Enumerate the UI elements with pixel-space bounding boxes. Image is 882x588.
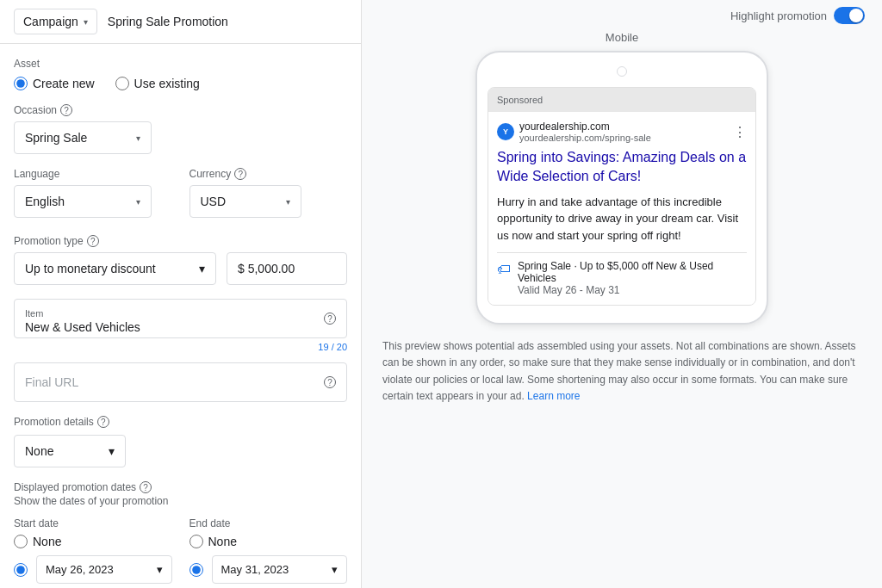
mobile-label: Mobile — [379, 31, 865, 44]
promotion-details-select[interactable]: None ▾ — [14, 435, 126, 467]
end-date-select[interactable]: May 31, 2023 ▾ — [212, 555, 348, 584]
dates-label: Displayed promotion dates ? — [14, 481, 347, 493]
end-date-picker-row: May 31, 2023 ▾ — [189, 555, 348, 584]
right-panel: Highlight promotion Mobile Sponsored Y — [362, 0, 882, 588]
asset-section: Asset Create new Use existing Occasion ?… — [0, 44, 361, 467]
chevron-down-icon: ▾ — [109, 444, 115, 458]
end-date-label: End date — [189, 517, 348, 529]
ad-card: Sponsored Y yourdealership.com yourdeale… — [488, 87, 756, 306]
final-url-field[interactable]: Final URL ? — [14, 362, 347, 402]
chevron-down-icon: ▾ — [157, 563, 163, 576]
advertiser-text-block: yourdealership.com yourdealership.com/sp… — [519, 121, 651, 143]
end-date-column: End date None May 31, 2023 ▾ — [189, 517, 348, 584]
advertiser-info: Y yourdealership.com yourdealership.com/… — [497, 121, 651, 143]
promo-details-text: Spring Sale · Up to $5,000 off New & Use… — [518, 260, 747, 296]
sponsored-text: Sponsored — [497, 95, 543, 105]
promotion-details-label: Promotion details ? — [14, 416, 347, 428]
language-value: English — [25, 195, 65, 208]
tag-icon: 🏷 — [497, 262, 511, 277]
highlight-label: Highlight promotion — [730, 9, 827, 22]
start-date-select[interactable]: May 26, 2023 ▾ — [36, 555, 172, 584]
currency-value: USD — [201, 195, 227, 208]
occasion-field-label: Occasion ? — [14, 104, 347, 116]
chevron-down-icon: ▾ — [332, 563, 338, 576]
advertiser-domain: yourdealership.com — [519, 121, 651, 133]
campaign-dropdown[interactable]: Campaign ▾ — [14, 9, 97, 34]
promotion-type-help-icon[interactable]: ? — [87, 235, 99, 247]
start-date-column: Start date None May 26, 2023 ▾ — [14, 517, 172, 584]
chevron-down-icon: ▾ — [84, 17, 88, 27]
end-date-selected-radio[interactable] — [189, 563, 203, 577]
dates-row: Start date None May 26, 2023 ▾ — [14, 517, 347, 584]
create-new-label: Create new — [33, 77, 95, 90]
occasion-select[interactable]: Spring Sale ▾ — [14, 121, 152, 154]
end-date-none-radio-option[interactable]: None — [189, 535, 348, 548]
promo-title: Spring Sale — [518, 260, 571, 272]
char-count: 19 / 20 — [14, 342, 347, 352]
item-help-icon[interactable]: ? — [324, 313, 336, 325]
asset-row: Create new Use existing — [14, 77, 347, 90]
ad-headline: Spring into Savings: Amazing Deals on a … — [497, 148, 747, 187]
dates-sub-label: Show the dates of your promotion — [14, 495, 347, 507]
use-existing-label: Use existing — [134, 77, 200, 90]
learn-more-link[interactable]: Learn more — [527, 390, 580, 402]
final-url-placeholder: Final URL — [25, 375, 78, 389]
promotion-amount-value: $ 5,000.00 — [238, 262, 295, 275]
use-existing-radio-option[interactable]: Use existing — [115, 77, 200, 90]
promotion-type-row: Up to monetary discount ▾ $ 5,000.00 — [14, 252, 347, 285]
advertiser-row: Y yourdealership.com yourdealership.com/… — [497, 121, 747, 143]
end-date-picker-radio[interactable] — [189, 563, 203, 577]
currency-select[interactable]: USD ▾ — [189, 185, 301, 218]
end-date-none-label: None — [208, 535, 237, 548]
use-existing-radio[interactable] — [115, 77, 129, 90]
promotion-details-help-icon[interactable]: ? — [97, 416, 109, 428]
start-date-label: Start date — [14, 517, 172, 529]
start-date-none-label: None — [33, 535, 61, 548]
occasion-help-icon[interactable]: ? — [60, 104, 72, 116]
promotion-type-value: Up to monetary discount — [25, 262, 156, 275]
left-panel: Campaign ▾ Spring Sale Promotion Asset C… — [0, 0, 362, 588]
dates-section: Displayed promotion dates ? Show the dat… — [0, 481, 361, 588]
promotion-amount-field[interactable]: $ 5,000.00 — [227, 252, 347, 285]
asset-label: Asset — [14, 58, 347, 70]
promo-validity: Valid May 26 - May 31 — [518, 284, 620, 296]
highlight-toggle[interactable] — [834, 7, 865, 24]
dates-help-icon[interactable]: ? — [140, 481, 152, 493]
occasion-value: Spring Sale — [25, 131, 87, 145]
ad-description: Hurry in and take advantage of this incr… — [497, 194, 747, 244]
ad-promo-bar: 🏷 Spring Sale · Up to $5,000 off New & U… — [497, 252, 747, 296]
start-date-value: May 26, 2023 — [46, 563, 114, 576]
start-date-picker-row: May 26, 2023 ▾ — [14, 555, 172, 584]
end-date-none-radio[interactable] — [189, 535, 203, 548]
start-date-selected-radio[interactable] — [14, 563, 28, 577]
currency-help-icon[interactable]: ? — [234, 168, 246, 180]
create-new-radio[interactable] — [14, 77, 28, 90]
language-select[interactable]: English ▾ — [14, 185, 152, 218]
item-floating-label: Item — [25, 308, 336, 319]
currency-field-label: Currency ? — [189, 168, 348, 180]
language-column: Language English ▾ — [14, 168, 172, 232]
chevron-down-icon: ▾ — [199, 262, 205, 275]
chevron-down-icon: ▾ — [136, 197, 140, 207]
lang-currency-row: Language English ▾ Currency ? USD ▾ — [14, 168, 347, 232]
item-value[interactable]: New & Used Vehicles — [25, 320, 336, 334]
start-date-none-radio-option[interactable]: None — [14, 535, 172, 548]
campaign-title: Spring Sale Promotion — [108, 15, 228, 28]
start-date-none-radio[interactable] — [14, 535, 28, 548]
promotion-details-value: None — [25, 444, 53, 458]
phone-mockup: Sponsored Y yourdealership.com yourdeale… — [475, 51, 768, 325]
language-field-label: Language — [14, 168, 172, 180]
campaign-dropdown-label: Campaign — [23, 15, 78, 28]
preview-note: This preview shows potential ads assembl… — [379, 338, 865, 405]
create-new-radio-option[interactable]: Create new — [14, 77, 95, 90]
promotion-type-select[interactable]: Up to monetary discount ▾ — [14, 252, 216, 285]
end-date-value: May 31, 2023 — [221, 563, 289, 576]
ad-menu-icon[interactable]: ⋮ — [733, 124, 747, 140]
item-container: Item New & Used Vehicles ? — [14, 299, 347, 338]
chevron-down-icon: ▾ — [286, 197, 290, 207]
promotion-type-field-label: Promotion type ? — [14, 235, 347, 247]
final-url-help-icon[interactable]: ? — [324, 376, 336, 388]
start-date-picker-radio[interactable] — [14, 563, 28, 577]
ad-card-body: Y yourdealership.com yourdealership.com/… — [488, 112, 755, 305]
campaign-bar: Campaign ▾ Spring Sale Promotion — [0, 0, 361, 44]
